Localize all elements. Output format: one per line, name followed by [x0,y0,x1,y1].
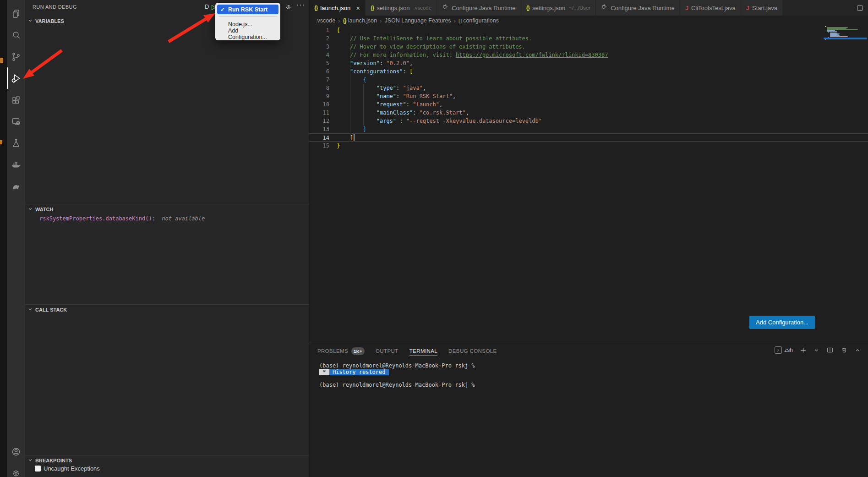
section-watch[interactable]: WATCH [25,204,309,214]
code-editor[interactable]: 1{2 // Use IntelliSense to learn about p… [309,26,868,342]
terminal-prompt-icon [775,346,782,354]
checkbox[interactable] [35,466,41,472]
terminal-output[interactable]: (base) reynoldmorel@Reynolds-MacBook-Pro… [309,360,868,388]
line-content: "request": "launch", [329,100,442,109]
breakpoint-uncaught-exceptions[interactable]: Uncaught Exceptions [35,465,100,472]
code-line-2[interactable]: 2 // Use IntelliSense to learn about pos… [309,34,868,43]
minimap-line [828,32,829,33]
minimap[interactable] [824,26,866,40]
tab-settings-json[interactable]: {}settings.json~/.../User [521,0,596,16]
panel-tab-label: DEBUG CONSOLE [448,348,497,354]
section-call-stack[interactable]: CALL STACK [25,304,309,314]
breadcrumb[interactable]: .vscode›{}launch.json›JSON Language Feat… [309,16,868,26]
tab-launch-json[interactable]: {}launch.json× [309,0,366,16]
more-actions-icon[interactable]: ··· [296,1,305,9]
line-content: // For more information, visit: https://… [329,51,608,59]
breadcrumb-label: .vscode [316,17,335,24]
terminal-line: * History restored [319,369,868,375]
accounts-icon[interactable] [7,441,25,462]
panel-tab-problems[interactable]: PROBLEMS1K+ [317,347,365,355]
code-line-8[interactable]: 8 "type": "java", [309,84,868,92]
breadcrumb-item-launch-json[interactable]: {}launch.json [343,17,377,24]
menu-item-label: Node.js... [228,21,252,27]
panel-tab-debug-console[interactable]: DEBUG CONSOLE [448,348,497,354]
code-line-14[interactable]: 14 ] [309,133,868,142]
search-icon[interactable] [7,24,25,46]
watch-value: not available [158,215,205,222]
line-content: } [329,142,340,150]
menu-item-run-rsk-start[interactable]: ✓Run RSK Start [217,5,278,14]
activity-bar [7,0,25,477]
background-accent-mark [0,58,3,63]
run-and-debug-icon[interactable] [7,67,25,89]
new-terminal-icon[interactable] [800,347,807,354]
section-breakpoints[interactable]: BREAKPOINTS [25,455,309,465]
code-line-5[interactable]: 5 "version": "0.2.0", [309,59,868,67]
tab-settings-json[interactable]: {}settings.json.vscode [366,0,437,16]
code-line-3[interactable]: 3 // Hover to view descriptions of exist… [309,43,868,51]
code-line-6[interactable]: 6 "configurations": [ [309,67,868,76]
code-lines: 1{2 // Use IntelliSense to learn about p… [309,26,868,150]
line-content: { [329,76,366,84]
split-terminal-icon[interactable] [826,346,834,354]
remote-explorer-icon[interactable] [7,110,25,132]
code-line-1[interactable]: 1{ [309,26,868,34]
line-content: "configurations": [ [329,67,413,76]
background-accent-mark [0,140,2,144]
json-file-icon: {} [371,5,374,11]
config-dropdown-truncated[interactable]: D [205,3,209,10]
tab-bar-filler [783,0,852,16]
tab-configure-java-runtime[interactable]: Configure Java Runtime [596,0,680,16]
panel-tab-terminal[interactable]: TERMINAL [409,348,437,356]
launch-profile-chevron-icon[interactable] [813,347,819,353]
code-line-11[interactable]: 11 "mainClass": "co.rsk.Start", [309,109,868,117]
settings-gear-icon[interactable] [7,462,25,477]
breadcrumb-item--vscode[interactable]: .vscode [316,17,335,24]
close-icon[interactable]: × [356,4,360,12]
breadcrumb-label: configurations [463,17,499,24]
watch-expression-row[interactable]: rskSystemProperties.databaseKind(): not … [39,215,205,222]
panel-tab-output[interactable]: OUTPUT [376,348,399,354]
vscode-window: RUN AND DEBUG ··· VARIABLES WATCH rskSys… [0,0,868,477]
code-line-13[interactable]: 13 } [309,125,868,133]
source-control-icon[interactable] [7,46,25,67]
gradle-icon[interactable] [7,175,25,197]
line-content: "type": "java", [329,84,426,92]
background-window-strip [0,0,7,477]
run-and-debug-sidebar: RUN AND DEBUG ··· VARIABLES WATCH rskSys… [25,0,309,477]
tab-clitoolstest-java[interactable]: JCliToolsTest.java [680,0,741,16]
tab-configure-java-runtime[interactable]: Configure Java Runtime [437,0,521,16]
code-line-12[interactable]: 12 "args" : "--regtest -Xkeyvalue.dataso… [309,117,868,125]
launch-settings-gear-icon[interactable] [284,3,292,13]
split-editor-icon[interactable] [852,0,868,16]
testing-flask-icon[interactable] [7,132,25,154]
line-number: 11 [309,109,329,117]
docker-icon[interactable] [7,154,25,175]
code-line-9[interactable]: 9 "name": "Run RSK Start", [309,92,868,100]
menu-separator [218,16,277,17]
shell-name: zsh [784,347,793,353]
launch-config-menu: ✓Run RSK StartNode.js...Add Configuratio… [215,3,280,40]
extensions-icon[interactable] [7,89,25,110]
line-number: 3 [309,43,329,51]
menu-item-add-configuration-[interactable]: Add Configuration... [217,29,278,38]
add-configuration-button[interactable]: Add Configuration... [749,316,815,329]
code-line-10[interactable]: 10 "request": "launch", [309,100,868,109]
line-content: "mainClass": "co.rsk.Start", [329,109,469,117]
json-file-icon: {} [314,5,317,11]
code-line-15[interactable]: 15} [309,142,868,150]
breadcrumb-item-json-language-features[interactable]: JSON Language Features [384,17,451,24]
chevron-down-icon [27,206,33,213]
breadcrumb-item-configurations[interactable]: [ ]configurations [459,17,499,24]
panel-tab-label: PROBLEMS [317,348,348,354]
tab-start-java[interactable]: JStart.java [741,0,783,16]
line-content: ] [329,134,355,141]
explorer-icon[interactable] [7,3,25,24]
code-line-4[interactable]: 4 // For more information, visit: https:… [309,51,868,59]
maximize-panel-chevron-icon[interactable] [855,347,861,353]
terminal-shell-selector[interactable]: zsh [775,346,793,354]
kill-terminal-trash-icon[interactable] [841,346,848,354]
line-content: } [329,125,366,133]
code-line-7[interactable]: 7 { [309,76,868,84]
breadcrumb-separator: › [380,17,382,24]
